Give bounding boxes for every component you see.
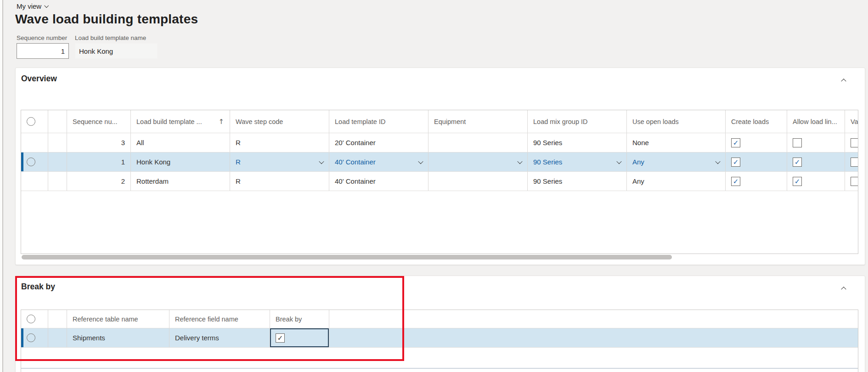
horizontal-scrollbar[interactable] bbox=[21, 254, 858, 260]
select-all-cell[interactable] bbox=[21, 110, 48, 133]
cell-sequence[interactable]: 2 bbox=[67, 172, 131, 191]
row-radio[interactable] bbox=[27, 333, 35, 342]
gap-cell bbox=[48, 152, 67, 171]
cell-equipment-dropdown[interactable] bbox=[428, 152, 528, 171]
header-empty-area bbox=[329, 310, 858, 328]
column-header-load-mix[interactable]: Load mix group ID bbox=[528, 110, 627, 133]
cell-load-mix[interactable]: 90 Series bbox=[528, 133, 627, 152]
cell-sequence[interactable]: 3 bbox=[67, 133, 131, 152]
bottom-divider bbox=[21, 368, 858, 369]
cell-load-mix-value: 90 Series bbox=[533, 158, 562, 166]
break-by-grid: Reference table name Reference field nam… bbox=[21, 310, 858, 372]
cell-equipment[interactable] bbox=[428, 172, 528, 191]
cell-name[interactable]: Rotterdam bbox=[131, 172, 230, 191]
cell-use-open-loads[interactable]: None bbox=[627, 133, 726, 152]
overflow-checkbox[interactable] bbox=[851, 177, 858, 186]
gap-cell bbox=[48, 133, 67, 152]
cell-sequence[interactable]: 1 bbox=[67, 152, 131, 171]
cell-name[interactable]: All bbox=[131, 133, 230, 152]
cell-use-open-loads[interactable]: Any bbox=[627, 172, 726, 191]
create-loads-checkbox[interactable]: ✓ bbox=[731, 158, 740, 167]
allow-load-lines-checkbox[interactable] bbox=[793, 138, 802, 147]
column-header-equipment[interactable]: Equipment bbox=[428, 110, 528, 133]
cell-use-open-loads-value: Any bbox=[632, 158, 644, 166]
cell-break-by-focused[interactable]: ✓ bbox=[270, 328, 329, 347]
break-by-checkbox[interactable]: ✓ bbox=[276, 333, 285, 343]
cell-reference-field[interactable]: Delivery terms bbox=[169, 328, 270, 347]
template-name-input[interactable] bbox=[75, 43, 158, 59]
cell-load-template-dropdown[interactable]: 40' Container bbox=[329, 152, 428, 171]
column-header-load-template[interactable]: Load template ID bbox=[329, 110, 428, 133]
scrollbar-thumb[interactable] bbox=[22, 255, 672, 259]
table-row[interactable]: 3 All R 20' Container 90 Series None ✓ bbox=[21, 133, 858, 152]
overflow-checkbox[interactable] bbox=[851, 158, 858, 167]
cell-use-open-loads-dropdown[interactable]: Any bbox=[627, 152, 726, 171]
column-header-break-by[interactable]: Break by bbox=[270, 310, 329, 328]
row-select-cell[interactable] bbox=[21, 172, 48, 191]
chevron-up-icon bbox=[841, 79, 846, 84]
row-select-cell[interactable] bbox=[21, 152, 48, 171]
create-loads-checkbox[interactable]: ✓ bbox=[731, 177, 740, 186]
sequence-number-input[interactable] bbox=[17, 43, 69, 59]
row-radio[interactable] bbox=[27, 158, 35, 166]
create-loads-checkbox[interactable]: ✓ bbox=[731, 138, 740, 147]
column-header-sequence[interactable]: Sequence nu... bbox=[67, 110, 131, 133]
sequence-number-field: Sequence number bbox=[17, 34, 69, 59]
cell-overflow bbox=[845, 172, 858, 191]
column-header-reference-table[interactable]: Reference table name bbox=[67, 310, 169, 328]
chevron-down-icon[interactable] bbox=[715, 158, 720, 163]
cell-allow-load-lines bbox=[787, 133, 845, 152]
row-select-cell[interactable] bbox=[21, 133, 48, 152]
select-all-cell[interactable] bbox=[21, 310, 48, 328]
cell-reference-table[interactable]: Shipments bbox=[67, 328, 169, 347]
cell-load-template[interactable]: 20' Container bbox=[329, 133, 428, 152]
column-header-name[interactable]: Load build template ... ↑ bbox=[131, 110, 230, 133]
column-header-allow-load-lines[interactable]: Allow load lin... bbox=[787, 110, 845, 133]
break-by-grid-header: Reference table name Reference field nam… bbox=[21, 310, 858, 328]
chevron-up-icon bbox=[841, 287, 846, 292]
cell-load-mix-dropdown[interactable]: 90 Series bbox=[528, 152, 627, 171]
view-selector[interactable]: My view bbox=[17, 2, 48, 10]
sort-ascending-icon: ↑ bbox=[218, 118, 224, 126]
column-header-create-loads[interactable]: Create loads bbox=[726, 110, 787, 133]
table-row-selected[interactable]: Shipments Delivery terms ✓ bbox=[21, 328, 858, 348]
cell-wave-step[interactable]: R bbox=[230, 133, 329, 152]
overview-collapse-button[interactable] bbox=[838, 74, 849, 85]
table-row[interactable]: 2 Rotterdam R 40' Container 90 Series An… bbox=[21, 172, 858, 191]
break-by-section-title: Break by bbox=[21, 282, 55, 292]
select-all-radio[interactable] bbox=[27, 315, 35, 323]
chevron-down-icon[interactable] bbox=[418, 158, 423, 163]
row-empty-area bbox=[329, 328, 858, 347]
template-name-label: Load build template name bbox=[75, 34, 158, 41]
cell-load-mix[interactable]: 90 Series bbox=[528, 172, 627, 191]
cell-load-template[interactable]: 40' Container bbox=[329, 172, 428, 191]
cell-equipment[interactable] bbox=[428, 133, 528, 152]
cell-create-loads: ✓ bbox=[726, 172, 787, 191]
cell-wave-step[interactable]: R bbox=[230, 172, 329, 191]
break-by-collapse-button[interactable] bbox=[838, 282, 849, 293]
break-by-section: Break by Reference table name Reference … bbox=[15, 276, 865, 372]
table-row-selected[interactable]: 1 Honk Kong R 40' Container 90 Series An… bbox=[21, 152, 858, 172]
cell-allow-load-lines: ✓ bbox=[787, 172, 845, 191]
gap-cell bbox=[48, 172, 67, 191]
column-header-overflow[interactable]: Va bbox=[845, 110, 858, 133]
allow-load-lines-checkbox[interactable]: ✓ bbox=[793, 158, 802, 167]
overflow-checkbox[interactable] bbox=[851, 138, 858, 147]
cell-create-loads: ✓ bbox=[726, 152, 787, 171]
overview-section: Overview Sequence nu... Load build templ… bbox=[15, 68, 865, 265]
chevron-down-icon bbox=[45, 3, 49, 7]
allow-load-lines-checkbox[interactable]: ✓ bbox=[793, 177, 802, 186]
cell-name[interactable]: Honk Kong bbox=[131, 152, 230, 171]
column-header-reference-field[interactable]: Reference field name bbox=[169, 310, 270, 328]
cell-wave-step-dropdown[interactable]: R bbox=[230, 152, 329, 171]
column-header-wave-step[interactable]: Wave step code bbox=[230, 110, 329, 133]
sequence-number-label: Sequence number bbox=[17, 34, 69, 41]
chevron-down-icon[interactable] bbox=[517, 158, 522, 163]
select-all-radio[interactable] bbox=[27, 117, 35, 126]
row-select-cell[interactable] bbox=[21, 328, 48, 347]
cell-overflow bbox=[845, 133, 858, 152]
overview-grid: Sequence nu... Load build template ... ↑… bbox=[21, 110, 858, 254]
chevron-down-icon[interactable] bbox=[319, 158, 324, 163]
chevron-down-icon[interactable] bbox=[616, 158, 621, 163]
column-header-use-open-loads[interactable]: Use open loads bbox=[627, 110, 726, 133]
